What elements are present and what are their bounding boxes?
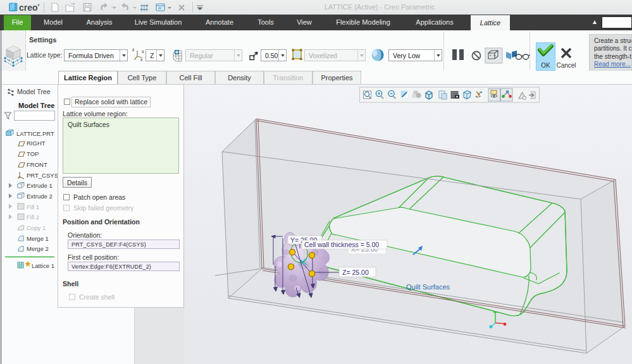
svg-text:Merge 2: Merge 2 — [27, 245, 49, 252]
svg-text:Extrude 2: Extrude 2 — [27, 193, 53, 200]
svg-text:FRONT: FRONT — [27, 161, 47, 168]
svg-text:Z= 25.00: Z= 25.00 — [342, 269, 369, 276]
svg-text:LATTICE.PRT: LATTICE.PRT — [16, 130, 54, 137]
svg-text:Fill 1: Fill 1 — [27, 203, 39, 210]
svg-text:Model Tree: Model Tree — [17, 88, 51, 95]
svg-text:Extrude 1: Extrude 1 — [27, 182, 53, 189]
svg-text:Quilt Surfaces: Quilt Surfaces — [406, 283, 450, 291]
svg-text:creo: creo — [19, 3, 38, 13]
svg-text:Model Tree: Model Tree — [18, 102, 54, 109]
svg-text:Lattice 1: Lattice 1 — [32, 262, 54, 269]
svg-text:z: z — [132, 47, 135, 52]
svg-text:RIGHT: RIGHT — [27, 140, 46, 147]
svg-text:Cell wall thickness = 5.00: Cell wall thickness = 5.00 — [304, 241, 379, 248]
svg-text:Merge 1: Merge 1 — [27, 235, 49, 242]
svg-text:TOP: TOP — [27, 150, 39, 157]
svg-text:Copy 1: Copy 1 — [27, 224, 46, 231]
svg-text:Fill 2: Fill 2 — [27, 214, 39, 221]
svg-text:s: s — [142, 49, 144, 54]
svg-text:x: x — [140, 58, 143, 62]
